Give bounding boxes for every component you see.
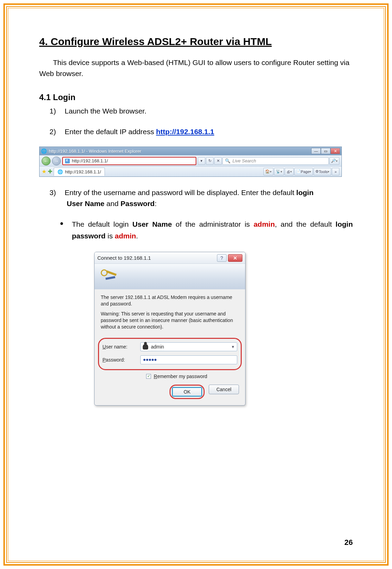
- label: Tools: [319, 170, 328, 174]
- address-dropdown-button[interactable]: ▾: [198, 157, 205, 165]
- text-bold: User Name: [132, 220, 172, 228]
- mnemonic: R: [154, 374, 157, 379]
- credentials-group: User name: admin ▼ Password:: [98, 338, 242, 370]
- search-go-button[interactable]: 🔎 ▾: [329, 157, 339, 165]
- remember-label: Remember my password: [154, 374, 207, 379]
- step-3-cont: User Name and Password:: [67, 198, 353, 209]
- help-button[interactable]: ?: [217, 254, 227, 262]
- step-3: 3) Entry of the username and password wi…: [50, 187, 353, 198]
- step-2: 2) Enter the default IP address http://1…: [50, 126, 353, 137]
- page-number: 26: [345, 538, 353, 547]
- username-combo[interactable]: admin ▼: [140, 342, 237, 351]
- text-bold: login: [296, 189, 314, 196]
- page-menu-button[interactable]: 📄 Page ▾: [294, 168, 313, 175]
- step-text: Enter the default IP address http://192.…: [65, 126, 353, 137]
- dialog-title: Connect to 192.168.1.1: [97, 255, 217, 261]
- window-title: http://192.168.1.1/ - Windows Internet E…: [49, 149, 309, 154]
- label-rest: emember my password: [157, 374, 207, 379]
- stop-button[interactable]: ✕: [214, 157, 222, 165]
- ie-favicon-icon: 🌐: [41, 148, 47, 154]
- print-button[interactable]: 🖨 ▾: [285, 168, 294, 175]
- dialog-body: The server 192.168.1.1 at ADSL Modem req…: [95, 289, 245, 335]
- feeds-button[interactable]: 📡 ▾: [274, 168, 284, 175]
- search-box[interactable]: 🔍 Live Search: [222, 157, 329, 165]
- ie-nav-row: ← → http://192.168.1.1/ ▾ ↻ ✕ 🔍 Live Sea…: [40, 155, 341, 166]
- label-rest: ser name:: [106, 344, 127, 350]
- text-bold: Password: [120, 200, 154, 207]
- username-label: User name:: [102, 344, 140, 350]
- auth-dialog: Connect to 192.168.1.1 ? ✕ The server 19…: [94, 252, 246, 405]
- step-number: 1): [50, 106, 59, 117]
- dialog-button-row: OK Cancel: [95, 385, 245, 405]
- keys-icon: [100, 268, 117, 285]
- text-bold: User Name: [67, 200, 105, 207]
- back-button[interactable]: ←: [42, 157, 51, 165]
- ok-button[interactable]: OK: [172, 387, 202, 397]
- text: is: [106, 232, 115, 240]
- remember-checkbox[interactable]: ✓: [146, 374, 151, 379]
- page-icon: [65, 159, 70, 163]
- tools-menu-button[interactable]: ⚙ Tools ▾: [314, 168, 331, 175]
- text: The default login: [72, 220, 132, 228]
- forward-button[interactable]: →: [52, 157, 61, 165]
- dialog-message-1: The server 192.168.1.1 at ADSL Modem req…: [101, 294, 239, 307]
- globe-icon: 🌐: [57, 169, 63, 174]
- maximize-button[interactable]: ▭: [321, 148, 330, 154]
- address-text: http://192.168.1.1/: [72, 158, 108, 163]
- section-heading: 4. Configure Wireless ADSL2+ Router via …: [39, 36, 353, 47]
- step-number: 3): [50, 187, 59, 198]
- text-emphasis: admin: [253, 220, 275, 228]
- default-ip-link[interactable]: http://192.168.1.1: [156, 128, 214, 136]
- intro-paragraph: This device supports a Web-based (HTML) …: [39, 57, 353, 79]
- step-1: 1) Launch the Web browser.: [50, 106, 353, 117]
- minimize-button[interactable]: —: [311, 148, 321, 154]
- chevron-down-icon: ▼: [231, 345, 235, 349]
- label-rest: assword:: [106, 357, 125, 363]
- step-text: Launch the Web browser.: [65, 106, 353, 117]
- bullet-item: ● The default login User Name of the adm…: [60, 218, 353, 241]
- tab-label: http://192.168.1.1/: [65, 169, 101, 174]
- text: Entry of the username and password will …: [65, 189, 296, 196]
- remember-row: ✓ Remember my password: [146, 374, 245, 379]
- label: Page: [301, 170, 310, 174]
- ie-titlebar: 🌐 http://192.168.1.1/ - Windows Internet…: [40, 147, 341, 155]
- text: and: [105, 200, 121, 207]
- dialog-titlebar: Connect to 192.168.1.1 ? ✕: [95, 252, 245, 264]
- step-text: User Name and Password:: [67, 198, 353, 209]
- toolbar-overflow-button[interactable]: »: [332, 168, 339, 175]
- bullet-icon: ●: [60, 218, 64, 241]
- username-value: admin: [151, 344, 164, 350]
- browser-tab[interactable]: 🌐 http://192.168.1.1/: [54, 168, 105, 176]
- text: .: [136, 232, 138, 240]
- text: of the administrator is: [172, 220, 254, 228]
- address-bar[interactable]: http://192.168.1.1/: [62, 157, 196, 165]
- person-icon: [143, 344, 148, 350]
- cancel-button[interactable]: Cancel: [209, 385, 239, 394]
- favorites-icon[interactable]: ★: [42, 168, 46, 175]
- refresh-button[interactable]: ↻: [206, 157, 214, 165]
- subsection-heading: 4.1 Login: [39, 93, 353, 102]
- text: :: [155, 200, 157, 207]
- ie-tab-row: ★ ✚ 🌐 http://192.168.1.1/ 🏠 ▾ 📡 ▾ 🖨 ▾ 📄 …: [40, 166, 341, 176]
- step-number: 2): [50, 126, 59, 137]
- mnemonic: P: [102, 357, 106, 363]
- home-button[interactable]: 🏠 ▾: [263, 168, 273, 175]
- dialog-close-button[interactable]: ✕: [228, 254, 242, 262]
- ie-window: 🌐 http://192.168.1.1/ - Windows Internet…: [39, 147, 342, 177]
- ok-highlight: OK: [170, 385, 205, 399]
- password-label: Password:: [102, 357, 140, 363]
- mnemonic: U: [102, 344, 106, 350]
- text: , and the default: [275, 220, 336, 228]
- dialog-message-2: Warning: This server is requesting that …: [101, 311, 239, 330]
- close-button[interactable]: ✕: [330, 148, 340, 154]
- text: Enter the default IP address: [65, 128, 156, 136]
- add-favorite-icon[interactable]: ✚: [48, 168, 52, 175]
- step-text: Entry of the username and password will …: [65, 187, 353, 198]
- dialog-banner: [95, 264, 245, 289]
- bullet-text: The default login User Name of the admin…: [72, 218, 353, 241]
- text-emphasis: admin: [115, 232, 136, 240]
- search-placeholder: Live Search: [232, 158, 256, 163]
- search-icon: 🔍: [225, 158, 230, 163]
- password-input[interactable]: [140, 355, 237, 364]
